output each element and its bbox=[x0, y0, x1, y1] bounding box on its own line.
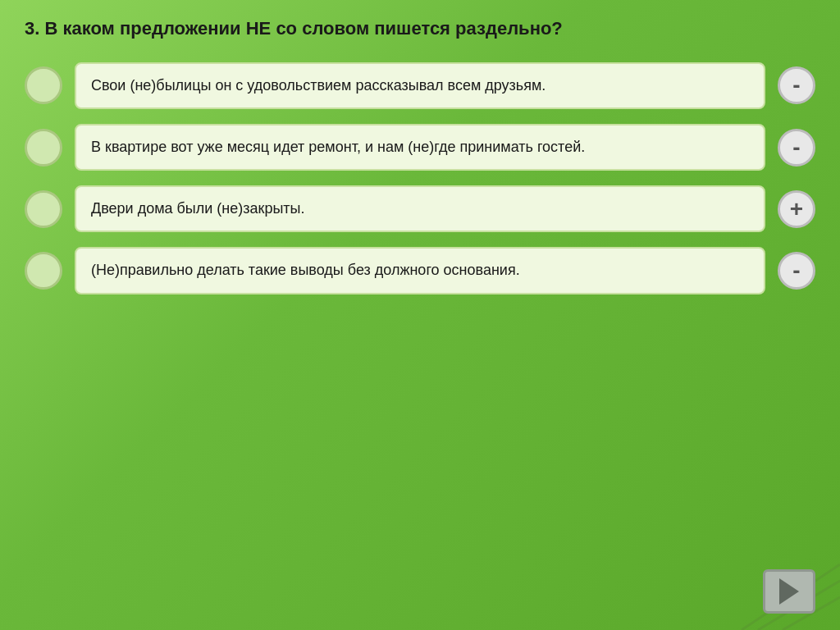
sign-label-3: + bbox=[790, 196, 803, 222]
sign-btn-3[interactable]: + bbox=[778, 190, 815, 228]
radio-inner-3 bbox=[35, 201, 52, 217]
answer-row-4: (Не)правильно делать такие выводы без до… bbox=[25, 247, 815, 294]
radio-inner-1 bbox=[35, 77, 52, 94]
next-button[interactable] bbox=[763, 569, 815, 614]
answers-container: Свои (не)былицы он с удовольствием расск… bbox=[25, 62, 815, 294]
answer-box-2[interactable]: В квартире вот уже месяц идет ремонт, и … bbox=[75, 124, 765, 171]
answer-box-4[interactable]: (Не)правильно делать такие выводы без до… bbox=[75, 247, 765, 294]
corner-decoration bbox=[676, 548, 840, 630]
radio-inner-2 bbox=[35, 139, 52, 156]
answer-row-2: В квартире вот уже месяц идет ремонт, и … bbox=[25, 124, 815, 171]
main-container: 3. В каком предложении НЕ со словом пише… bbox=[0, 0, 840, 630]
answer-row-3: Двери дома были (не)закрыты. + bbox=[25, 185, 815, 232]
question-text: 3. В каком предложении НЕ со словом пише… bbox=[25, 16, 815, 42]
sign-btn-2[interactable]: - bbox=[778, 129, 815, 167]
answer-text-4: (Не)правильно делать такие выводы без до… bbox=[91, 262, 520, 278]
sign-label-4: - bbox=[792, 258, 800, 284]
radio-btn-1[interactable] bbox=[25, 66, 62, 104]
radio-btn-2[interactable] bbox=[25, 129, 62, 167]
answer-box-3[interactable]: Двери дома были (не)закрыты. bbox=[75, 185, 765, 232]
next-arrow-icon bbox=[779, 578, 799, 605]
answer-row-1: Свои (не)былицы он с удовольствием расск… bbox=[25, 62, 815, 109]
radio-btn-3[interactable] bbox=[25, 190, 62, 228]
sign-label-2: - bbox=[792, 135, 800, 161]
sign-label-1: - bbox=[792, 72, 800, 98]
radio-inner-4 bbox=[35, 262, 52, 279]
answer-text-1: Свои (не)былицы он с удовольствием расск… bbox=[91, 77, 546, 94]
answer-box-1[interactable]: Свои (не)былицы он с удовольствием расск… bbox=[75, 62, 765, 109]
answer-text-2: В квартире вот уже месяц идет ремонт, и … bbox=[91, 139, 585, 155]
radio-btn-4[interactable] bbox=[25, 252, 62, 290]
sign-btn-4[interactable]: - bbox=[778, 252, 815, 290]
sign-btn-1[interactable]: - bbox=[778, 66, 815, 104]
answer-text-3: Двери дома были (не)закрыты. bbox=[91, 200, 305, 217]
